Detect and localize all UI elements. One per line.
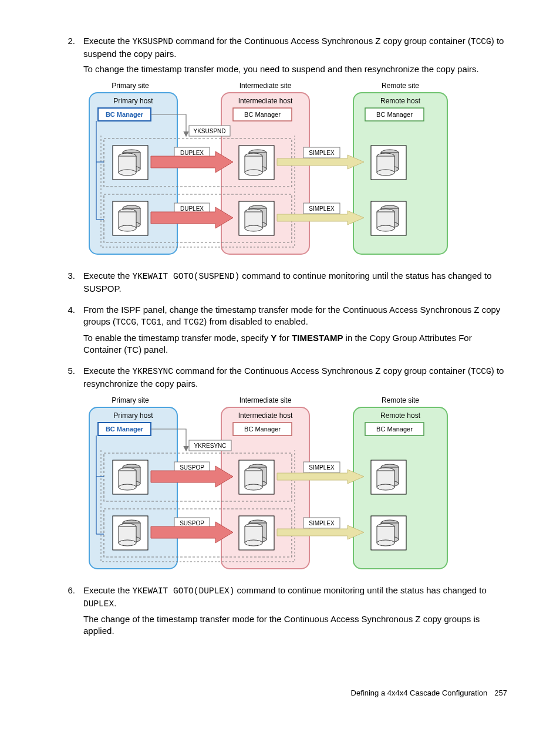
code-tccg: TCCG xyxy=(471,367,491,376)
svg-point-77 xyxy=(119,540,136,546)
d1-primary-host: Primary host xyxy=(113,97,153,105)
footer-title: Defining a 4x4x4 Cascade Configuration xyxy=(351,688,488,697)
svg-point-42 xyxy=(377,225,394,231)
step-body: Execute the YKEWAIT GOTO(DUPLEX) command… xyxy=(83,585,507,641)
step-6: 6. Execute the YKEWAIT GOTO(DUPLEX) comm… xyxy=(53,585,507,641)
step-body: From the ISPF panel, change the timestam… xyxy=(83,304,507,359)
d1-primary-site: Primary site xyxy=(112,82,149,90)
d1-intermediate-site: Intermediate site xyxy=(239,82,292,90)
code-tcg2: TCG2 xyxy=(184,318,204,327)
d2-remote-bc-label: BC Manager xyxy=(376,426,413,433)
svg-point-24 xyxy=(119,225,136,231)
svg-point-61 xyxy=(245,484,262,490)
svg-point-95 xyxy=(377,540,394,546)
step-5: 5. Execute the YKRESYNC command for the … xyxy=(53,365,507,579)
svg-point-70 xyxy=(377,484,394,490)
d2-r2-state12: SUSPOP xyxy=(180,520,204,526)
step-4: 4. From the ISPF panel, change the times… xyxy=(53,304,507,359)
code-yksuspnd: YKSUSPND xyxy=(132,37,173,46)
step2-line2: To change the timestamp transfer mode, y… xyxy=(83,63,507,75)
step-number: 2. xyxy=(53,35,83,264)
d1-r2-state23: SIMPLEX xyxy=(309,205,335,212)
diagram-yksuspnd: Primary site Intermediate site Remote si… xyxy=(83,80,507,256)
step-body: Execute the YKRESYNC command for the Con… xyxy=(83,365,507,579)
svg-point-11 xyxy=(245,170,262,175)
d2-primary-bc-label: BC Manager xyxy=(106,426,144,433)
d1-r1-cyl-i xyxy=(245,150,266,175)
step-3: 3. Execute the YKEWAIT GOTO(SUSPEND) com… xyxy=(53,270,507,298)
d1-r2-state12: DUPLEX xyxy=(180,205,204,212)
d1-r1-state12: DUPLEX xyxy=(180,150,204,156)
step6-line1: Execute the YKEWAIT GOTO(DUPLEX) command… xyxy=(83,585,507,610)
d2-interm-bc-label: BC Manager xyxy=(244,426,281,433)
d2-r1-state23: SIMPLEX xyxy=(309,464,335,471)
d1-interm-bc-label: BC Manager xyxy=(244,111,281,118)
d2-interm-host: Intermediate host xyxy=(238,411,293,420)
step5-line1: Execute the YKRESYNC command for the Con… xyxy=(83,365,507,390)
step3-line1: Execute the YKEWAIT GOTO(SUSPEND) comman… xyxy=(83,270,507,295)
code-ykewait-suspend: YKEWAIT GOTO(SUSPEND) xyxy=(132,272,239,281)
svg-point-5 xyxy=(119,170,136,175)
step6-line2: The change of the timestamp transfer mod… xyxy=(83,613,507,637)
code-tccg: TCCG xyxy=(471,37,491,46)
code-ykresync: YKRESYNC xyxy=(132,367,173,376)
literal-Y: Y xyxy=(271,333,276,343)
step-number: 5. xyxy=(53,365,83,579)
step2-line1: Execute the YKSUSPND command for the Con… xyxy=(83,35,507,60)
step-2: 2. Execute the YKSUSPND command for the … xyxy=(53,35,507,264)
step-body: Execute the YKSUSPND command for the Con… xyxy=(83,35,507,264)
svg-point-86 xyxy=(245,540,262,546)
d1-remote-site: Remote site xyxy=(382,82,419,90)
step-number: 3. xyxy=(53,270,83,298)
d1-r1-cyl-r xyxy=(377,150,399,175)
d2-primary-site: Primary site xyxy=(112,396,149,404)
step4-line2: To enable the timestamp transfer mode, s… xyxy=(83,332,507,356)
d2-remote-site: Remote site xyxy=(382,396,419,404)
svg-point-52 xyxy=(119,484,136,490)
d2-cmd-label: YKRESYNC xyxy=(194,443,226,449)
step-body: Execute the YKEWAIT GOTO(SUSPEND) comman… xyxy=(83,270,507,298)
step4-line1: From the ISPF panel, change the timestam… xyxy=(83,304,507,329)
d2-primary-host: Primary host xyxy=(113,411,153,420)
d2-remote-host: Remote host xyxy=(380,411,421,420)
literal-timestamp: TIMESTAMP xyxy=(292,333,343,343)
d1-r1-cyl-p xyxy=(119,150,140,175)
diagram-ykresync: Primary site Intermediate site Remote si… xyxy=(83,394,507,571)
d2-r1-state12: SUSPOP xyxy=(180,464,204,471)
code-duplex: DUPLEX xyxy=(83,599,114,609)
code-tccg: TCCG xyxy=(116,318,136,327)
d1-remote-bc-label: BC Manager xyxy=(376,111,413,118)
code-tcg1: TCG1 xyxy=(141,318,161,327)
step-number: 6. xyxy=(53,585,83,641)
d1-r1-state23: SIMPLEX xyxy=(309,150,335,156)
d1-cmd-label: YKSUSPND xyxy=(193,128,225,134)
step-number: 4. xyxy=(53,304,83,359)
page-footer: Defining a 4x4x4 Cascade Configuration25… xyxy=(53,688,507,698)
code-ykewait-duplex: YKEWAIT GOTO(DUPLEX) xyxy=(132,586,234,596)
svg-point-17 xyxy=(377,170,394,175)
svg-point-33 xyxy=(245,225,262,231)
d1-interm-host: Intermediate host xyxy=(238,97,293,105)
footer-page: 257 xyxy=(494,688,507,697)
d2-intermediate-site: Intermediate site xyxy=(239,396,292,404)
d2-r2-state23: SIMPLEX xyxy=(309,520,335,526)
d1-remote-host: Remote host xyxy=(380,97,421,105)
d1-primary-bc-label: BC Manager xyxy=(106,111,144,118)
